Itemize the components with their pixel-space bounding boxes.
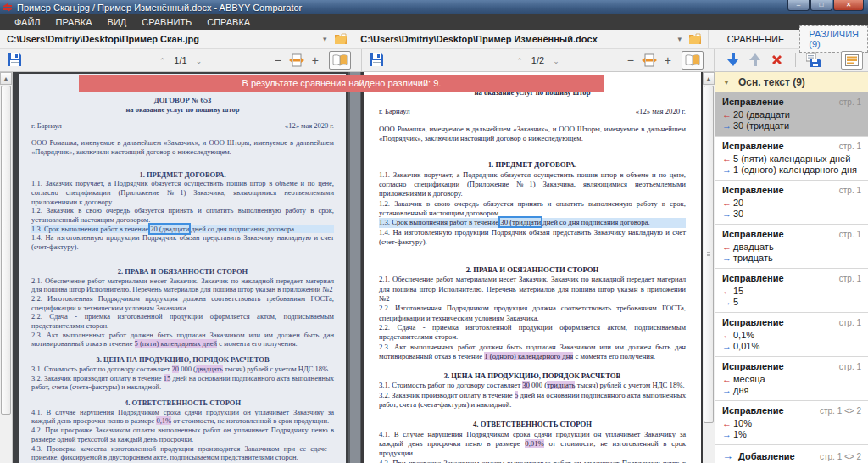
difference-type: →Добавление [722, 449, 795, 462]
menu-view[interactable]: ВИД [100, 14, 135, 30]
left-document-scrollbar[interactable]: ▲ [0, 72, 13, 463]
left-path-dropdown-icon[interactable]: ▾ [318, 35, 331, 43]
doc-text: 4.2. При просрочке Заказчиком оплаты вып… [31, 426, 334, 443]
main-area: ▲ ДОГОВОР № 653на оказание услуг по поши… [0, 72, 868, 463]
menu-file[interactable]: ФАЙЛ [7, 14, 48, 30]
doc-paragraph: 2. ПРАВА И ОБЯЗАННОСТИ СТОРОН [379, 265, 686, 275]
left-open-file-button[interactable] [331, 31, 350, 47]
x-icon [771, 54, 782, 65]
save-differences-report-button[interactable] [806, 53, 820, 67]
next-difference-button[interactable] [727, 53, 741, 67]
left-document-path[interactable]: C:\Users\Dmitriy\Desktop\Пример Скан.jpg [0, 34, 318, 44]
doc-text: на оказание услуг по пошиву штор [125, 105, 239, 114]
close-button[interactable]: ✕ [833, 0, 864, 11]
scroll-up-icon[interactable]: ▲ [0, 72, 12, 85]
removed-arrow-icon: ← [722, 286, 733, 297]
doc-paragraph: 1.1. Заказчик поручает, а Подрядчик обяз… [31, 179, 334, 206]
doc-paragraph: 3.2. Заказчик производит оплату в течени… [379, 391, 686, 410]
difference-type: Исправление [722, 229, 784, 239]
left-page-down-icon[interactable]: ⌄ [187, 57, 211, 65]
doc-paragraph: 3. ЦЕНА НА ПРОДУКЦИЮ, ПОРЯДОК РАСЧЕТОВ [31, 355, 334, 365]
folder-icon [688, 33, 703, 45]
difference-page-ref: стр. 1 [839, 186, 861, 195]
right-open-file-button[interactable] [687, 31, 705, 47]
doc-text: 1. ПРЕДМЕТ ДОГОВОРА. [488, 160, 576, 169]
right-scrollbar-thumb[interactable] [704, 86, 714, 423]
removed-arrow-icon: ← [722, 418, 733, 429]
left-document-viewer[interactable]: ДОГОВОР № 653на оказание услуг по пошиву… [13, 72, 348, 463]
difference-highlight[interactable]: 1 (одного) календарного дня [484, 352, 573, 360]
difference-item[interactable]: Исправлениестр. 1←15→5 [715, 269, 868, 313]
menu-help[interactable]: СПРАВКА [199, 14, 258, 30]
right-document-selector[interactable]: C:\Users\Dmitriy\Desktop\Пример Изменённ… [353, 30, 708, 48]
doc-text: «12» мая 2020 г. [285, 121, 334, 131]
difference-item[interactable]: →Добавлениестр. 1 <> 24.6. Кроме неустой… [715, 445, 868, 463]
difference-highlight[interactable]: 20 (двадцати [150, 225, 189, 233]
doc-paragraph: ДОГОВОР № 653 [31, 96, 334, 105]
menu-edit[interactable]: ПРАВКА [48, 14, 100, 30]
difference-highlight[interactable]: 15 [164, 374, 171, 382]
left-page-up-icon[interactable]: ⌃ [151, 57, 175, 65]
difference-item[interactable]: Исправлениестр. 1←20→30 [715, 181, 868, 225]
difference-value: 20 [733, 198, 743, 209]
right-page-down-icon[interactable]: ⌄ [544, 57, 568, 65]
differences-group-header[interactable]: ▼ Осн. текст (9) [715, 72, 868, 92]
difference-highlight[interactable]: 0,01% [525, 439, 543, 448]
difference-value: дня [733, 385, 748, 396]
difference-item[interactable]: Исправлениестр. 1←0,1%→0,01% [715, 313, 868, 357]
right-document-viewer[interactable]: ДОГОВОР № 653на оказание услуг по пошиву… [364, 72, 701, 463]
doc-text: 3.2. Заказчик производит оплату в течени… [379, 391, 515, 399]
difference-page-ref: стр. 1 [839, 98, 861, 107]
difference-highlight[interactable]: 5 (пяти) календарных дней [135, 339, 217, 348]
difference-removed-line: ←5 (пяти) календарных дней [722, 153, 861, 165]
difference-item[interactable]: Исправлениестр. 1←двадцать→тридцать [715, 225, 868, 269]
docx-page: ДОГОВОР № 653на оказание услуг по пошиву… [364, 72, 701, 463]
right-path-dropdown-icon[interactable]: ▾ [673, 35, 687, 43]
differences-list: Исправлениестр. 1←20 (двадцати→30 (тридц… [715, 92, 868, 463]
difference-value: месяца [733, 374, 765, 385]
differences-list-view-button[interactable] [841, 51, 863, 70]
toolbar-separator [795, 53, 796, 67]
collapse-triangle-icon[interactable]: ▼ [723, 79, 730, 86]
doc-paragraph: 2.2. Изготовленная Подрядчиком продукция… [31, 294, 334, 312]
doc-text: «12» мая 2020 г. [636, 107, 686, 116]
menu-compare[interactable]: СРАВНИТЬ [134, 14, 199, 30]
difference-highlight[interactable]: тридцать [547, 381, 575, 389]
doc-paragraph: 1.1. Заказчик поручает, а Подрядчик обяз… [379, 170, 686, 199]
tab-comparison[interactable]: СРАВНЕНИЕ [719, 31, 793, 47]
difference-highlight[interactable]: двадцать [196, 365, 223, 373]
doc-text: 3. ЦЕНА НА ПРОДУКЦИЮ, ПОРЯДОК РАСЧЕТОВ [444, 371, 621, 380]
doc-text: 4. ОТВЕТСТВЕННОСТЬ СТОРОН [125, 399, 241, 407]
doc-text: 4.3. Проверка качества изготовленной про… [31, 444, 334, 462]
difference-item[interactable]: Исправлениестр. 1←5 (пяти) календарных д… [715, 137, 868, 181]
maximize-button[interactable]: □ [810, 0, 832, 11]
minimize-button[interactable]: – [787, 0, 810, 11]
difference-item[interactable]: Исправлениестр. 1←20 (двадцати→30 (тридц… [715, 92, 868, 137]
difference-page-ref: стр. 1 [839, 274, 861, 283]
right-page-up-icon[interactable]: ⌃ [508, 57, 531, 65]
doc-paragraph: 2.3. Акт выполненных работ должен быть п… [379, 343, 686, 362]
doc-text: 3.1. Стоимость работ по договору составл… [379, 381, 522, 389]
difference-highlight[interactable]: 30 [522, 381, 530, 389]
left-scrollbar-thumb[interactable] [1, 86, 11, 415]
doc-paragraph: на оказание услуг по пошиву штор [31, 105, 334, 114]
doc-text: 1.4. На изготовленную продукции Подрядчи… [379, 228, 686, 246]
difference-item[interactable]: Исправлениестр. 1 <> 2←10%→1% [715, 401, 868, 445]
difference-highlight[interactable]: 30 (тридцати [500, 218, 541, 226]
difference-added-line: →дня [722, 385, 861, 396]
difference-added-line: →30 [722, 209, 861, 220]
scroll-up-icon[interactable]: ▲ [703, 72, 715, 85]
difference-type: Исправление [722, 141, 784, 151]
left-document-selector[interactable]: C:\Users\Dmitriy\Desktop\Пример Скан.jpg… [0, 30, 353, 48]
difference-added-line: →тридцать [722, 253, 861, 264]
right-document-path[interactable]: C:\Users\Dmitriy\Desktop\Пример Изменённ… [353, 34, 672, 44]
previous-difference-button[interactable] [749, 53, 763, 67]
difference-highlight[interactable]: 20 [172, 365, 180, 373]
right-document-scrollbar[interactable]: ▲ [701, 72, 715, 463]
delete-difference-button[interactable] [771, 53, 785, 67]
difference-highlight[interactable]: 0,1% [156, 416, 171, 425]
doc-text: дней со дня подписания договора. [189, 225, 296, 233]
difference-item[interactable]: Исправлениестр. 1←месяца→дня [715, 357, 868, 401]
difference-type: Исправление [722, 361, 784, 371]
difference-added-line: →1 (одного) календарного дня [722, 165, 861, 176]
